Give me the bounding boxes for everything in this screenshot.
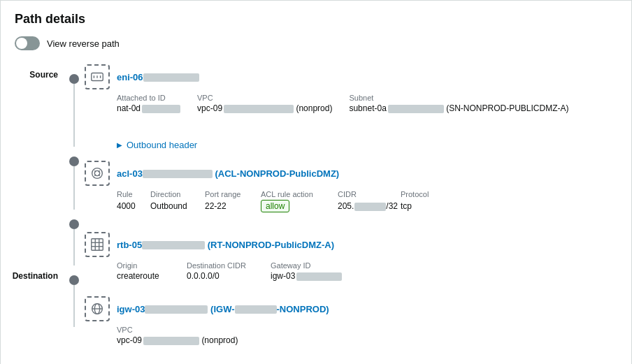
spine-col bbox=[64, 64, 85, 364]
labels-spine: Source Destination bbox=[15, 64, 85, 364]
spine-dot-rtb bbox=[69, 219, 79, 229]
acl-table: Rule Direction Port range ACL rule actio… bbox=[117, 190, 617, 212]
destination-label: Destination bbox=[13, 271, 58, 281]
outbound-header-1[interactable]: ▶ Outbound header bbox=[117, 134, 617, 155]
path-layout: Source Destination bbox=[15, 64, 617, 364]
igw-details: VPC vpc-09 (nonprod) bbox=[117, 326, 617, 345]
rtb-node: rtb-05 (RT-NONPROD-PublicDMZ-A) Origin D… bbox=[85, 232, 617, 288]
acl-id-redacted bbox=[143, 170, 213, 178]
eni-node: eni-06 Attached to ID nat-0d VPC vpc-09 … bbox=[85, 64, 617, 126]
acl-table-headers: Rule Direction Port range ACL rule actio… bbox=[117, 190, 617, 198]
route-values: createroute 0.0.0.0/0 igw-03 bbox=[117, 271, 617, 281]
acl-header: acl-03 (ACL-NONPROD-PublicDMZ) bbox=[85, 161, 617, 186]
eni-details: Attached to ID nat-0d VPC vpc-09 (nonpro… bbox=[117, 94, 617, 113]
igw-header: igw-03 (IGW--NONPROD) bbox=[85, 296, 617, 321]
igw-vpc: VPC vpc-09 (nonprod) bbox=[117, 326, 238, 345]
gw-id-redacted bbox=[296, 272, 342, 281]
acl-title[interactable]: acl-03 (ACL-NONPROD-PublicDMZ) bbox=[117, 168, 339, 179]
toggle-row: View reverse path bbox=[15, 36, 617, 50]
igw-id-redacted bbox=[145, 305, 208, 314]
route-headers: Origin Destination CIDR Gateway ID bbox=[117, 261, 617, 270]
route-table: Origin Destination CIDR Gateway ID creat… bbox=[117, 261, 617, 281]
rtb-title[interactable]: rtb-05 (RT-NONPROD-PublicDMZ-A) bbox=[117, 240, 334, 250]
igw-icon bbox=[85, 296, 110, 321]
outbound-header-1-triangle: ▶ bbox=[117, 141, 122, 149]
acl-table-values: 4000 Outbound 22-22 allow 205./32 tcp bbox=[117, 200, 617, 212]
eni-icon bbox=[85, 64, 110, 89]
outbound-header-1-label: Outbound header bbox=[127, 140, 197, 150]
vpc-id-redacted bbox=[224, 105, 294, 113]
svg-point-4 bbox=[92, 168, 103, 179]
rtb-header: rtb-05 (RT-NONPROD-PublicDMZ-A) bbox=[85, 232, 617, 257]
eni-id-redacted bbox=[143, 73, 199, 82]
source-label: Source bbox=[29, 70, 58, 80]
subnet-id-redacted bbox=[388, 105, 444, 113]
rtb-icon bbox=[85, 232, 110, 257]
eni-header: eni-06 bbox=[85, 64, 617, 89]
rtb-id-redacted bbox=[142, 241, 205, 249]
eni-subnet: Subnet subnet-0a (SN-NONPROD-PUBLICDMZ-A… bbox=[349, 94, 568, 113]
svg-rect-10 bbox=[92, 239, 103, 251]
igw-title[interactable]: igw-03 (IGW--NONPROD) bbox=[117, 304, 329, 314]
nat-id-redacted bbox=[142, 105, 180, 113]
spine-dot-acl bbox=[69, 156, 79, 166]
labels-col: Source Destination bbox=[15, 64, 64, 364]
igw-vpc-id-redacted bbox=[143, 337, 199, 345]
acl-action-badge: allow bbox=[261, 200, 338, 212]
eni-vpc: VPC vpc-09 (nonprod) bbox=[197, 94, 332, 113]
eni-attached-to: Attached to ID nat-0d bbox=[117, 94, 180, 113]
cidr-redacted bbox=[354, 203, 386, 211]
toggle-label: View reverse path bbox=[47, 38, 120, 49]
acl-icon bbox=[85, 161, 110, 186]
igw-suffix-redacted bbox=[235, 305, 277, 314]
content-col: eni-06 Attached to ID nat-0d VPC vpc-09 … bbox=[85, 64, 617, 364]
spine-dot-eni bbox=[69, 74, 79, 84]
reverse-path-toggle[interactable] bbox=[15, 36, 40, 50]
acl-node: acl-03 (ACL-NONPROD-PublicDMZ) Rule Dire… bbox=[85, 161, 617, 224]
spine-dot-igw bbox=[69, 275, 79, 285]
igw-node: igw-03 (IGW--NONPROD) VPC vpc-09 (nonpro… bbox=[85, 296, 617, 358]
page-title: Path details bbox=[15, 12, 617, 27]
eni-title[interactable]: eni-06 bbox=[117, 72, 199, 82]
